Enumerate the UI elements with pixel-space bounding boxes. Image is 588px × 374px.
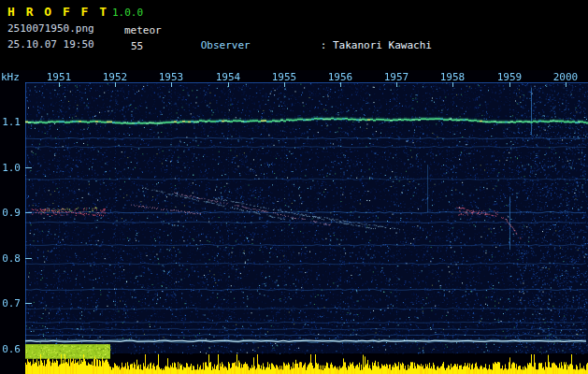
info-row-observer: Observer: Takanori Kawachi	[164, 29, 555, 63]
freq-tick-label: 0.7	[0, 297, 21, 309]
time-tick-label: 1954	[216, 71, 241, 83]
hrofft-screen: H R O F F T 1.0.0 2510071950.png meteor …	[0, 0, 588, 374]
spectrogram-canvas	[0, 70, 588, 374]
time-tick-label: 1953	[159, 71, 184, 83]
time-tick-label: 1957	[384, 71, 409, 83]
time-tick-label: 2000	[553, 71, 579, 83]
info-label: Observer	[201, 40, 321, 51]
freq-tick-label: 0.9	[0, 207, 21, 219]
freq-tick-label: 0.6	[0, 343, 21, 355]
app-version: 1.0.0	[112, 7, 143, 19]
info-value: : Takanori Kawachi	[321, 39, 432, 51]
freq-tick-label: 1.1	[0, 116, 21, 128]
freq-tick-label: 0.8	[0, 252, 21, 265]
freq-tick-label: 1.0	[0, 162, 21, 174]
app-name: H R O F F T	[7, 5, 108, 19]
time-tick-label: 1952	[103, 71, 128, 83]
meteor-count: 55	[131, 40, 143, 52]
time-tick-label: 1959	[497, 71, 523, 83]
filename: 2510071950.png	[7, 22, 94, 35]
time-tick-label: 1951	[47, 71, 72, 83]
freq-axis-unit-label: kHz	[1, 71, 20, 83]
time-tick-label: 1958	[440, 71, 466, 83]
datetime: 25.10.07 19:50	[7, 38, 94, 50]
time-tick-label: 1955	[272, 71, 297, 83]
time-tick-label: 1956	[328, 71, 353, 83]
mode-label: meteor	[124, 24, 162, 36]
